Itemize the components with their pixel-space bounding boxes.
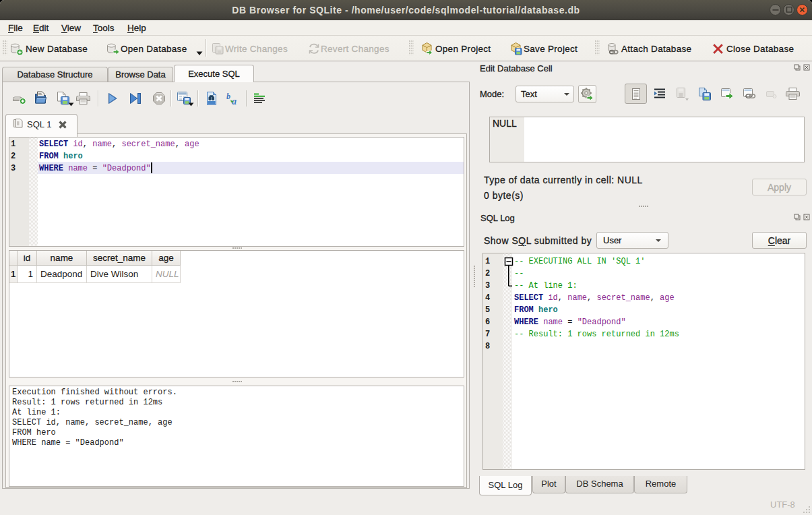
svg-text:b: b xyxy=(226,92,230,101)
